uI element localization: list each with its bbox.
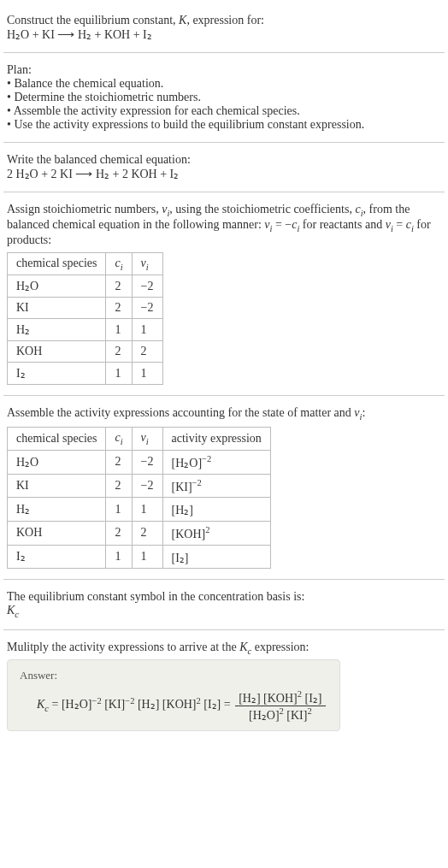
cell-c: 2: [106, 521, 132, 545]
cell-species: I₂: [8, 363, 106, 385]
table-row: KOH22[KOH]2: [8, 521, 271, 545]
answer-fraction: [H₂] [KOH]2 [I₂][H₂O]2 [KI]2: [235, 689, 325, 722]
num-t2: [I₂]: [302, 692, 322, 705]
cell-activity: [KOH]2: [162, 521, 270, 545]
plan-bullet-1: • Balance the chemical equation.: [7, 77, 441, 91]
table-row: H₂O2−2[H₂O]−2: [8, 450, 271, 474]
stoich-section: Assign stoichiometric numbers, νi, using…: [3, 196, 445, 392]
th-vi: νi: [132, 252, 162, 275]
divider: [3, 52, 445, 53]
den-e2: 2: [307, 706, 311, 716]
cell-species: H₂O: [8, 450, 106, 474]
cell-activity: [KI]−2: [162, 474, 270, 498]
act-base: [KI]: [172, 480, 192, 493]
divider: [3, 192, 445, 192]
final-h1: Mulitply the activity expressions to arr…: [7, 641, 239, 653]
plan-bullet-4: • Use the activity expressions to build …: [7, 118, 441, 132]
stoich-text: Assign stoichiometric numbers, νi, using…: [7, 203, 441, 247]
symbol-c: c: [15, 610, 19, 619]
divider: [3, 629, 445, 630]
cell-v: −2: [132, 298, 162, 319]
answer-expression: Kc = [H₂O]−2 [KI]−2 [H₂] [KOH]2 [I₂] = […: [20, 689, 327, 722]
plan-section: Plan: • Balance the chemical equation. •…: [3, 56, 445, 139]
cell-v: −2: [132, 474, 162, 498]
final-h2: expression:: [251, 641, 309, 653]
fraction-denominator: [H₂O]2 [KI]2: [235, 706, 325, 723]
cell-v: 1: [132, 498, 162, 522]
act-base: [H₂]: [172, 504, 193, 517]
th-vi-sub: i: [146, 437, 149, 446]
cell-v: 2: [132, 521, 162, 545]
activity-h1: Assemble the activity expressions accoun…: [7, 406, 354, 419]
cell-activity: [H₂]: [162, 498, 270, 522]
symbol-section: The equilibrium constant symbol in the c…: [3, 583, 445, 626]
th-activity: activity expression: [162, 428, 270, 451]
fraction-numerator: [H₂] [KOH]2 [I₂]: [235, 689, 325, 706]
table-header-row: chemical species ci νi activity expressi…: [8, 428, 271, 451]
cell-species: H₂: [8, 319, 106, 341]
divider: [3, 395, 445, 396]
th-ci: ci: [106, 252, 132, 275]
table-row: H₂11[H₂]: [8, 498, 271, 522]
table-row: KOH22: [8, 341, 163, 363]
plan-bullet-3: • Assemble the activity expression for e…: [7, 104, 441, 118]
cell-c: 2: [106, 474, 132, 498]
th-vi: νi: [132, 428, 162, 451]
cell-species: KI: [8, 298, 106, 319]
table-row: KI2−2: [8, 298, 163, 319]
stoich-t1: Assign stoichiometric numbers,: [7, 203, 162, 216]
cell-species: H₂O: [8, 275, 106, 298]
act-base: [H₂O]: [172, 457, 203, 469]
cell-species: KOH: [8, 341, 106, 363]
balanced-section: Write the balanced chemical equation: 2 …: [3, 146, 445, 188]
cell-species: H₂: [8, 498, 106, 522]
ans-t4: [I₂] =: [201, 698, 233, 711]
balanced-heading: Write the balanced chemical equation:: [7, 153, 441, 167]
th-species: chemical species: [8, 252, 106, 275]
intro-text1: Construct the equilibrium constant,: [7, 14, 179, 27]
divider: [3, 579, 445, 580]
answer-box: Answer: Kc = [H₂O]−2 [KI]−2 [H₂] [KOH]2 …: [7, 659, 340, 731]
divider: [3, 142, 445, 143]
cell-c: 1: [106, 498, 132, 522]
symbol-kc: Kc: [7, 604, 441, 619]
act-exp: 2: [205, 525, 209, 534]
cell-c: 2: [106, 450, 132, 474]
final-K: K: [239, 641, 247, 653]
den-t1: [H₂O]: [249, 708, 280, 721]
cell-species: KOH: [8, 521, 106, 545]
act-exp: −2: [192, 478, 202, 487]
cell-activity: [H₂O]−2: [162, 450, 270, 474]
plan-bullet-2: • Determine the stoichiometric numbers.: [7, 91, 441, 104]
activity-table: chemical species ci νi activity expressi…: [7, 427, 271, 569]
intro-text1b: , expression for:: [186, 14, 264, 27]
th-ci-sub: i: [121, 437, 123, 446]
ans-e2: −2: [125, 696, 134, 706]
answer-label: Answer:: [20, 669, 327, 682]
table-row: KI2−2[KI]−2: [8, 474, 271, 498]
stoich-t4: for reactants and: [299, 218, 385, 231]
activity-section: Assemble the activity expressions accoun…: [3, 399, 445, 576]
cell-species: I₂: [8, 545, 106, 569]
ans-e1: −2: [91, 696, 101, 706]
table-row: I₂11[I₂]: [8, 545, 271, 569]
ans-t1: [H₂O]: [62, 698, 92, 711]
ans-eq: =: [49, 698, 62, 711]
table-row: I₂11: [8, 363, 163, 385]
cell-c: 2: [106, 298, 132, 319]
symbol-K: K: [7, 604, 15, 617]
cell-species: KI: [8, 474, 106, 498]
stoich-r1b: = −: [272, 218, 292, 231]
cell-v: 1: [132, 319, 162, 341]
cell-c: 1: [106, 363, 132, 385]
act-base: [I₂]: [172, 551, 189, 564]
cell-c: 2: [106, 275, 132, 298]
cell-v: 1: [132, 545, 162, 569]
final-heading: Mulitply the activity expressions to arr…: [7, 641, 441, 656]
act-base: [KOH]: [172, 528, 206, 540]
activity-colon: :: [362, 406, 365, 419]
act-exp: −2: [202, 454, 211, 464]
stoich-r2b: =: [393, 218, 406, 231]
den-t2: [KI]: [284, 708, 308, 721]
plan-heading: Plan:: [7, 63, 441, 77]
